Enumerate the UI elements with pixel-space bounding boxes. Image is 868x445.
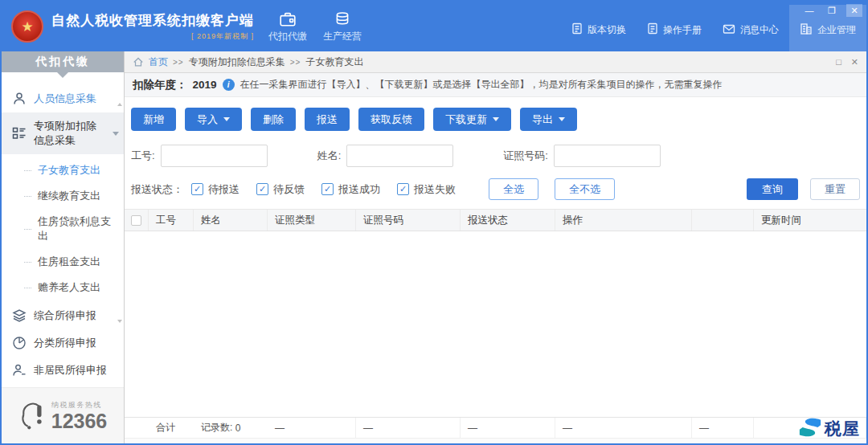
sidebar-item-label: 分类所得申报 bbox=[34, 336, 96, 350]
sidebar-item-comprehensive-income[interactable]: 综合所得申报 bbox=[2, 302, 124, 329]
get-feedback-button[interactable]: 获取反馈 bbox=[358, 108, 424, 131]
tab-withholding[interactable]: 代扣代缴 bbox=[268, 11, 307, 43]
tab-controls: □ ✕ bbox=[836, 57, 858, 67]
sidebar-submenu: 子女教育支出 继续教育支出 住房贷款利息支出 住房租金支出 赡养老人支出 bbox=[2, 154, 124, 302]
menu-item-manual[interactable]: 操作手册 bbox=[637, 22, 712, 51]
hotline-block: 纳税服务热线 12366 bbox=[2, 387, 124, 443]
select-all-button[interactable]: 全选 bbox=[489, 178, 538, 200]
header-cell: 证照号码 bbox=[356, 210, 461, 231]
sidebar-item-nonresident-income[interactable]: 非居民所得申报 bbox=[2, 357, 124, 384]
info-icon: i bbox=[223, 79, 235, 91]
filter-id-number: 证照号码: bbox=[503, 145, 661, 167]
checkbox-icon[interactable]: ✓ bbox=[397, 183, 409, 195]
sidebar-menu: 人员信息采集 专项附加扣除信息采集 子女教育支出 继续教育支出 住 bbox=[2, 72, 124, 387]
header-cell-checkbox bbox=[125, 210, 149, 231]
footer-cell-spacer bbox=[125, 418, 149, 438]
tab-label: 生产经营 bbox=[323, 30, 362, 43]
header-tabs: 代扣代缴 生产经营 bbox=[268, 11, 362, 43]
menu-label: 消息中心 bbox=[740, 23, 779, 37]
sidebar-scrollbar[interactable] bbox=[117, 101, 124, 325]
export-button[interactable]: 导出 bbox=[520, 108, 577, 131]
menu-item-message-center[interactable]: 消息中心 bbox=[712, 23, 789, 51]
employee-id-input[interactable] bbox=[161, 145, 268, 167]
menu-item-version-switch[interactable]: 版本切换 bbox=[561, 22, 637, 51]
checkbox-pending-feedback[interactable]: ✓ 待反馈 bbox=[256, 182, 305, 197]
breadcrumb-separator: >> bbox=[173, 58, 184, 67]
select-none-button[interactable]: 全不选 bbox=[555, 178, 615, 200]
sidebar-item-label: 专项附加扣除信息采集 bbox=[34, 119, 105, 148]
sidebar-item-personnel-info[interactable]: 人员信息采集 bbox=[2, 85, 124, 112]
watermark-logo: 税屋 bbox=[798, 417, 860, 441]
header-cell: 报送状态 bbox=[461, 210, 555, 231]
filter-row: 工号: 姓名: 证照号码: bbox=[125, 140, 866, 176]
filter-label: 姓名: bbox=[317, 149, 342, 163]
sidebar-subitem-housing-loan-interest[interactable]: 住房贷款利息支出 bbox=[2, 209, 124, 249]
sidebar-subitem-housing-rent[interactable]: 住房租金支出 bbox=[2, 249, 124, 275]
add-button[interactable]: 新增 bbox=[131, 108, 176, 131]
download-update-button[interactable]: 下载更新 bbox=[433, 108, 511, 131]
sidebar-subitem-child-education[interactable]: 子女教育支出 bbox=[2, 157, 124, 183]
filter-label: 工号: bbox=[131, 149, 155, 163]
headset-person-icon bbox=[18, 398, 47, 434]
app-subtitle: [ 2019年新税制 ] bbox=[51, 31, 254, 42]
header-cell: 工号 bbox=[149, 210, 194, 231]
document-icon bbox=[571, 22, 583, 37]
menu-label: 操作手册 bbox=[663, 23, 702, 37]
sidebar-item-restricted-stock-income[interactable]: 限售股所得申报 bbox=[2, 384, 124, 387]
breadcrumb-home-link[interactable]: 首页 bbox=[149, 55, 168, 69]
window-controls: — ❐ ✕ bbox=[801, 4, 862, 17]
caret-down-icon bbox=[493, 117, 499, 121]
tab-close-icon[interactable]: ✕ bbox=[851, 57, 858, 67]
select-all-checkbox[interactable] bbox=[131, 215, 141, 226]
scroll-down-icon[interactable] bbox=[117, 320, 122, 323]
checkbox-icon[interactable]: ✓ bbox=[191, 183, 203, 195]
checkbox-icon[interactable]: ✓ bbox=[256, 183, 268, 195]
checkbox-icon[interactable]: ✓ bbox=[321, 183, 334, 195]
emblem-star-icon: ★ bbox=[21, 18, 33, 35]
header-cell-spacer bbox=[692, 210, 754, 231]
sidebar-item-label: 非居民所得申报 bbox=[34, 363, 107, 378]
footer-total-label: 合计 bbox=[149, 418, 194, 438]
sidebar-subitem-continuing-education[interactable]: 继续教育支出 bbox=[2, 183, 124, 209]
id-number-input[interactable] bbox=[554, 145, 661, 167]
horizontal-scrollbar[interactable] bbox=[125, 438, 866, 443]
pie-chart-icon bbox=[12, 336, 27, 350]
sidebar-subitem-elderly-support[interactable]: 赡养老人支出 bbox=[2, 275, 124, 300]
sidebar-item-classified-income[interactable]: 分类所得申报 bbox=[2, 329, 124, 357]
app-header: — ❐ ✕ ★ 自然人税收管理系统扣缴客户端 [ 2019年新税制 ] 代扣代缴 bbox=[2, 2, 866, 51]
footer-cell: — bbox=[356, 418, 461, 438]
checkbox-label: 报送成功 bbox=[338, 182, 380, 197]
filter-label: 证照号码: bbox=[503, 149, 548, 163]
sidebar-item-label: 人员信息采集 bbox=[34, 92, 96, 106]
breadcrumb-item: 专项附加扣除信息采集 bbox=[189, 55, 285, 69]
main-pane: 首页 >> 专项附加扣除信息采集 >> 子女教育支出 □ ✕ 扣除年度： 201… bbox=[125, 51, 866, 443]
checkbox-submit-failed[interactable]: ✓ 报送失败 bbox=[397, 182, 456, 197]
breadcrumb-item: 子女教育支出 bbox=[305, 55, 363, 69]
status-filter-label: 报送状态： bbox=[131, 182, 183, 197]
checkbox-submit-success[interactable]: ✓ 报送成功 bbox=[321, 182, 380, 197]
sidebar-item-special-deduction[interactable]: 专项附加扣除信息采集 bbox=[2, 112, 124, 154]
header-cell: 证照类型 bbox=[268, 210, 356, 231]
status-filter-row: 报送状态： ✓ 待报送 ✓ 待反馈 ✓ 报送成功 ✓ 报送失败 全选 bbox=[125, 176, 866, 209]
reset-button[interactable]: 重置 bbox=[810, 178, 860, 200]
delete-button[interactable]: 删除 bbox=[251, 108, 296, 131]
checkbox-pending-submit[interactable]: ✓ 待报送 bbox=[191, 182, 240, 197]
close-button[interactable]: ✕ bbox=[846, 4, 862, 17]
breadcrumb: 首页 >> 专项附加扣除信息采集 >> 子女教育支出 □ ✕ bbox=[125, 51, 866, 73]
checkbox-label: 报送失败 bbox=[414, 182, 456, 197]
submit-button[interactable]: 报送 bbox=[305, 108, 350, 131]
national-emblem-logo: ★ bbox=[11, 10, 43, 43]
grid-list-icon bbox=[12, 126, 27, 141]
scroll-up-icon[interactable] bbox=[117, 103, 122, 106]
minimize-button[interactable]: — bbox=[801, 4, 817, 17]
restore-button[interactable]: ❐ bbox=[824, 4, 840, 17]
import-button[interactable]: 导入 bbox=[185, 108, 242, 131]
document-icon bbox=[647, 22, 658, 37]
caret-down-icon bbox=[223, 117, 230, 121]
tab-restore-icon[interactable]: □ bbox=[836, 57, 841, 67]
query-button[interactable]: 查询 bbox=[747, 178, 798, 200]
footer-record-count: 记录数: 0 bbox=[194, 418, 268, 438]
mail-icon bbox=[723, 23, 735, 37]
name-input[interactable] bbox=[346, 145, 453, 167]
tab-production[interactable]: 生产经营 bbox=[323, 11, 362, 43]
